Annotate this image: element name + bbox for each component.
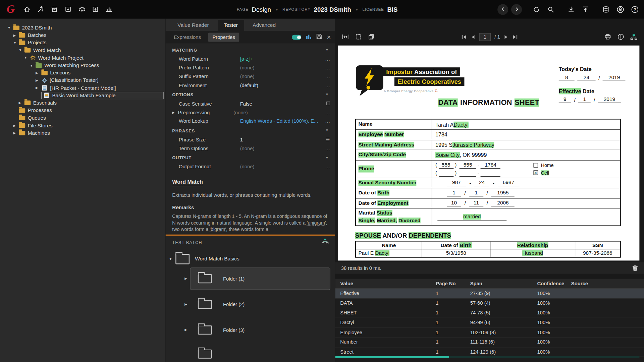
tree-item-machines[interactable]: ▶ Machines bbox=[0, 129, 165, 137]
layout-settings-icon[interactable] bbox=[630, 34, 637, 40]
section-options[interactable]: OPTIONS ▼ bbox=[166, 90, 335, 99]
home-icon[interactable] bbox=[21, 3, 33, 15]
chevron-down-icon[interactable]: ▼ bbox=[7, 26, 13, 29]
refresh-icon[interactable] bbox=[531, 3, 542, 15]
chevron-down-icon[interactable]: ▼ bbox=[19, 49, 24, 52]
property-suffix-pattern[interactable]: Suffix Pattern (none) ... bbox=[166, 72, 335, 81]
property-phrase-size[interactable]: Phrase Size 1 ☰ bbox=[166, 135, 335, 144]
chevron-right-icon[interactable]: ▶ bbox=[19, 101, 24, 105]
back-icon[interactable] bbox=[497, 4, 508, 15]
chevron-down-icon[interactable]: ▼ bbox=[325, 93, 329, 97]
tree-item-projects[interactable]: ▼ Projects bbox=[0, 39, 165, 46]
batch-folder[interactable]: Folder (2) bbox=[190, 293, 330, 316]
tree-item-file-stores[interactable]: ▶ File Stores bbox=[0, 122, 165, 129]
fit-width-icon[interactable] bbox=[342, 34, 349, 40]
chevron-right-icon[interactable]: ▶ bbox=[13, 124, 19, 127]
database-icon[interactable] bbox=[600, 3, 612, 15]
page-number-input[interactable] bbox=[479, 33, 491, 41]
chevron-down-icon[interactable]: ▼ bbox=[325, 156, 329, 160]
property-word-pattern[interactable]: Word Pattern [a-z]+ ... bbox=[166, 55, 335, 63]
ellipsis-button[interactable]: ... bbox=[325, 74, 330, 79]
section-phrases[interactable]: PHRASES ▼ bbox=[166, 126, 335, 135]
repository-value[interactable]: 2023 DSmith bbox=[314, 6, 351, 13]
tree-item-word-matching-process[interactable]: ▼ Word Matching Process bbox=[0, 62, 165, 69]
tree-item-batches[interactable]: ▶ Batches bbox=[0, 32, 165, 39]
toggle-switch[interactable] bbox=[292, 35, 301, 40]
chevron-right-icon[interactable]: ▶ bbox=[184, 303, 190, 306]
property-output-format[interactable]: Output Format (none) ... bbox=[166, 163, 335, 171]
tab-tester[interactable]: Tester bbox=[217, 20, 244, 31]
ellipsis-button[interactable]: ... bbox=[325, 57, 330, 62]
chevron-down-icon[interactable]: ▼ bbox=[325, 129, 329, 132]
result-row[interactable]: SHEET174-78 (5)100% bbox=[335, 308, 644, 318]
forward-icon[interactable] bbox=[511, 4, 522, 15]
selected-node-box[interactable]: Basic Word Match Example bbox=[41, 92, 164, 99]
document-page[interactable]: Impostor Association of Electric Coopera… bbox=[338, 46, 639, 261]
tree-item-queues[interactable]: ▶ Queues bbox=[0, 114, 165, 122]
cloud-upload-icon[interactable] bbox=[76, 3, 88, 15]
list-icon[interactable]: ☰ bbox=[326, 137, 330, 142]
thumbnail-grid-icon[interactable] bbox=[355, 34, 362, 40]
tab-advanced[interactable]: Advanced bbox=[247, 20, 282, 31]
stats-icon[interactable] bbox=[103, 3, 115, 15]
copy-pages-icon[interactable] bbox=[368, 34, 375, 40]
column-header[interactable]: Span bbox=[470, 281, 537, 286]
batch-folder-selected[interactable]: Folder (1) bbox=[190, 267, 330, 290]
clear-results-icon[interactable] bbox=[632, 265, 638, 272]
bigram-link[interactable]: 'bigram' bbox=[210, 227, 226, 232]
chevron-right-icon[interactable]: ▶ bbox=[184, 328, 190, 332]
tree-item-word-match-project[interactable]: ▼ Word Match Project bbox=[0, 54, 165, 61]
search-icon[interactable] bbox=[545, 3, 557, 15]
column-header[interactable]: Confidence bbox=[537, 281, 571, 286]
previous-page-icon[interactable] bbox=[471, 34, 476, 40]
tab-value-reader[interactable]: Value Reader bbox=[171, 20, 215, 31]
batch-folder[interactable]: Folder (3) bbox=[190, 319, 330, 341]
chevron-right-icon[interactable]: ▶ bbox=[36, 78, 41, 82]
result-row[interactable]: Number1111-116 (6)100% bbox=[335, 338, 644, 347]
ellipsis-button[interactable]: ... bbox=[325, 164, 330, 169]
batch-folder-row-2[interactable]: ▶ Folder (2) bbox=[184, 293, 330, 316]
page-value[interactable]: Design bbox=[252, 6, 271, 13]
tree-item-hr-packet[interactable]: ▶ [HR Packet - Content Model] bbox=[0, 84, 165, 92]
diagnostics-chart-icon[interactable] bbox=[306, 34, 312, 41]
print-icon[interactable] bbox=[604, 34, 611, 40]
batch-folder-row-3[interactable]: ▶ Folder (3) bbox=[184, 319, 330, 341]
ellipsis-button[interactable]: ... bbox=[325, 110, 330, 115]
chevron-right-icon[interactable]: ▶ bbox=[36, 71, 41, 75]
batch-root-row[interactable]: ▼ Word Match Basics bbox=[166, 254, 335, 264]
property-environment[interactable]: Environment (default) ... bbox=[166, 81, 335, 90]
first-page-icon[interactable] bbox=[461, 34, 467, 40]
result-row[interactable]: Employee1102-109 (8)100% bbox=[335, 328, 644, 338]
tree-item-basic-word-match-example[interactable]: ▶ Basic Word Match Example bbox=[0, 92, 165, 99]
section-output[interactable]: OUTPUT ▼ bbox=[166, 153, 335, 162]
ellipsis-button[interactable]: ... bbox=[325, 119, 330, 124]
unigram-link[interactable]: 'unigram' bbox=[307, 220, 326, 225]
subtab-properties[interactable]: Properties bbox=[208, 33, 239, 42]
chevron-down-icon[interactable]: ▼ bbox=[13, 41, 19, 45]
chevron-right-icon[interactable]: ▶ bbox=[36, 86, 41, 90]
result-row[interactable]: DATA157-60 (4)100% bbox=[335, 298, 644, 308]
property-prefix-pattern[interactable]: Prefix Pattern (none) ... bbox=[166, 63, 335, 72]
batch-folder-row-1[interactable]: ▶ Folder (1) bbox=[184, 267, 330, 290]
column-header[interactable]: Source bbox=[571, 281, 644, 286]
batches-icon[interactable] bbox=[49, 3, 60, 15]
chevron-down-icon[interactable]: ▼ bbox=[30, 63, 36, 67]
batch-folder-row-partial[interactable]: ▶ bbox=[184, 343, 330, 362]
subtab-expressions[interactable]: Expressions bbox=[170, 33, 205, 42]
ellipsis-button[interactable]: ... bbox=[325, 65, 330, 70]
help-icon[interactable]: ? bbox=[629, 3, 641, 15]
ellipsis-button[interactable]: ... bbox=[325, 83, 330, 88]
chevron-right-icon[interactable]: ▶ bbox=[184, 277, 190, 281]
save-icon[interactable] bbox=[316, 34, 322, 41]
next-page-icon[interactable] bbox=[504, 34, 509, 40]
chevron-right-icon[interactable]: ▶ bbox=[13, 34, 19, 37]
chevron-right-icon[interactable]: ▶ bbox=[13, 131, 19, 135]
tree-item-word-match[interactable]: ▼ Word Match bbox=[0, 47, 165, 54]
result-row[interactable]: Dactyl194-99 (6)100% bbox=[335, 318, 644, 328]
tree-item-essentials[interactable]: ▶ Essentials bbox=[0, 99, 165, 107]
property-case-sensitive[interactable]: Case Sensitive False bbox=[166, 99, 335, 108]
tools-icon[interactable] bbox=[35, 3, 47, 15]
property-term-options[interactable]: Term Options (none) ... bbox=[166, 144, 335, 153]
chevron-down-icon[interactable]: ▼ bbox=[24, 56, 30, 60]
export-box-icon[interactable] bbox=[90, 3, 101, 15]
